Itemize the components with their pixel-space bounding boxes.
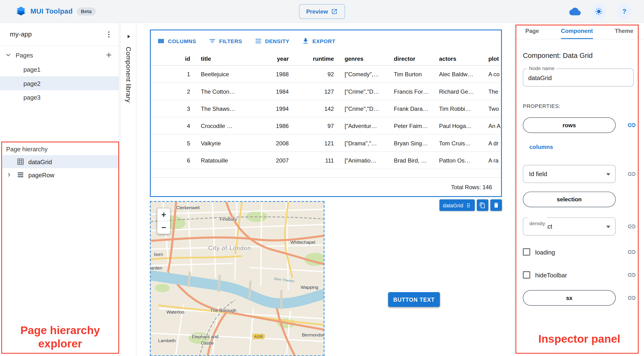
id-field-select[interactable]: Id field (523, 165, 616, 183)
column-header-director[interactable]: director (390, 55, 435, 62)
cell-id[interactable]: 5 (151, 140, 194, 146)
chevron-down-icon[interactable] (4, 51, 12, 59)
column-header-id[interactable]: id (151, 55, 194, 62)
cell-actors[interactable]: Patton Os… (435, 157, 484, 164)
column-header-year[interactable]: year (244, 55, 293, 62)
cell-actors[interactable]: Tom Cruis… (435, 140, 484, 146)
cell-genres[interactable]: ["Drama","… (338, 140, 390, 146)
loading-checkbox[interactable] (523, 248, 530, 256)
zoom-in-button[interactable]: + (158, 209, 170, 221)
hide-toolbar-checkbox[interactable] (523, 271, 530, 279)
cell-plot[interactable]: Two (484, 105, 501, 112)
cell-director[interactable]: Francis For… (390, 88, 435, 95)
delete-button[interactable] (490, 199, 502, 211)
datagrid-component[interactable]: COLUMNS FILTERS DENSITY EXPORT id title (150, 29, 502, 197)
cell-year[interactable]: 2008 (244, 140, 293, 146)
component-library-strip[interactable]: Component library (120, 23, 136, 356)
cell-actors[interactable]: Alec Baldw… (435, 71, 484, 77)
hierarchy-item-pagerow[interactable]: pageRow (2, 168, 118, 181)
cell-genres[interactable]: ["Crime","D… (338, 105, 390, 112)
rows-binding-button[interactable]: rows (523, 117, 616, 133)
cell-id[interactable]: 1 (151, 71, 194, 77)
hierarchy-item-datagrid[interactable]: dataGrid (2, 155, 118, 168)
cell-actors[interactable]: Richard Ge… (435, 88, 484, 95)
filters-button[interactable]: FILTERS (208, 37, 242, 45)
cell-id[interactable]: 4 (151, 122, 194, 129)
cell-runtime[interactable]: 97 (293, 122, 338, 129)
duplicate-button[interactable] (477, 199, 488, 211)
cell-year[interactable]: 1994 (244, 105, 293, 112)
more-vert-icon[interactable] (105, 30, 113, 38)
bind-link-icon[interactable] (627, 169, 636, 178)
deploy-cloud-icon[interactable] (569, 6, 581, 17)
table-row[interactable]: 1 Beetlejuice 1988 92 ["Comedy",… Tim Bu… (151, 66, 501, 83)
cell-runtime[interactable]: 121 (293, 140, 338, 146)
table-row[interactable]: 5 Valkyrie 2008 121 ["Drama","… Bryan Si… (151, 135, 501, 152)
cell-genres[interactable]: ["Animatio… (338, 157, 390, 164)
cell-title[interactable]: The Shaws… (194, 105, 244, 112)
cell-plot[interactable]: An A (484, 122, 501, 129)
bind-link-icon[interactable] (627, 247, 636, 256)
expand-library-icon[interactable] (126, 33, 132, 39)
column-header-title[interactable]: title (194, 55, 244, 62)
columns-button[interactable]: COLUMNS (158, 37, 196, 45)
bind-link-icon[interactable] (627, 121, 636, 130)
density-button[interactable]: DENSITY (254, 37, 290, 45)
sx-binding-button[interactable]: sx (523, 290, 616, 306)
table-row[interactable]: 3 The Shaws… 1994 142 ["Crime","D… Frank… (151, 100, 501, 117)
theme-toggle-button[interactable] (592, 4, 606, 19)
cell-id[interactable]: 2 (151, 88, 194, 95)
cell-runtime[interactable]: 111 (293, 157, 338, 164)
sidebar-item-page1[interactable]: page1 (0, 62, 119, 76)
density-select[interactable]: density compact (523, 218, 616, 236)
cell-plot[interactable]: The (484, 88, 501, 95)
button-component[interactable]: BUTTON TEXT (388, 292, 440, 307)
columns-link[interactable]: columns (530, 144, 553, 150)
cell-title[interactable]: Crocodile … (194, 122, 244, 129)
cell-year[interactable]: 1988 (244, 71, 293, 77)
cell-runtime[interactable]: 92 (293, 71, 338, 77)
cell-runtime[interactable]: 142 (293, 105, 338, 112)
cell-runtime[interactable]: 127 (293, 88, 338, 95)
cell-id[interactable]: 3 (151, 105, 194, 112)
table-row[interactable]: 6 Ratatouille 2007 111 ["Animatio… Brad … (151, 152, 501, 169)
cell-plot[interactable]: A co (484, 71, 501, 77)
drag-indicator-icon[interactable] (465, 202, 472, 208)
cell-director[interactable]: Tim Burton (390, 71, 435, 77)
export-button[interactable]: EXPORT (302, 37, 335, 45)
column-header-plot[interactable]: plot (484, 55, 501, 62)
column-header-genres[interactable]: genres (338, 55, 390, 62)
column-header-actors[interactable]: actors (435, 55, 484, 62)
pages-section-header[interactable]: Pages (0, 48, 119, 62)
tab-theme[interactable]: Theme (615, 23, 634, 39)
cell-year[interactable]: 1984 (244, 88, 293, 95)
cell-actors[interactable]: Tim Robbi… (435, 105, 484, 112)
cell-director[interactable]: Peter Faim… (390, 122, 435, 129)
cell-genres[interactable]: ["Crime","D… (338, 88, 390, 95)
chevron-right-icon[interactable] (5, 171, 13, 178)
preview-button[interactable]: Preview (299, 4, 345, 19)
help-button[interactable]: ? (617, 4, 632, 19)
bind-link-icon[interactable] (627, 222, 636, 231)
tab-page[interactable]: Page (525, 23, 539, 39)
selection-binding-button[interactable]: selection (523, 192, 616, 207)
cell-year[interactable]: 1986 (244, 122, 293, 129)
cell-id[interactable]: 6 (151, 157, 194, 164)
cell-title[interactable]: Valkyrie (194, 140, 244, 146)
cell-plot[interactable]: A dr (484, 140, 501, 146)
table-row[interactable]: 2 The Cotton… 1984 127 ["Crime","D… Fran… (151, 83, 501, 100)
cell-director[interactable]: Frank Dara… (390, 105, 435, 112)
sidebar-item-page3[interactable]: page3 (0, 90, 119, 104)
bind-link-icon[interactable] (627, 293, 636, 302)
column-header-runtime[interactable]: runtime (293, 55, 338, 62)
tab-component[interactable]: Component (561, 23, 593, 39)
zoom-out-button[interactable]: − (158, 221, 170, 234)
cell-genres[interactable]: ["Comedy",… (338, 71, 390, 77)
cell-director[interactable]: Brad Bird, … (390, 157, 435, 164)
sidebar-item-page2[interactable]: page2 (0, 76, 119, 90)
cell-title[interactable]: Ratatouille (194, 157, 244, 164)
map-component[interactable]: + − Clerkenwell Finsbury Whitechapel Cit… (150, 201, 324, 356)
cell-director[interactable]: Bryan Sing… (390, 140, 435, 146)
cell-actors[interactable]: Paul Hoga… (435, 122, 484, 129)
bind-link-icon[interactable] (627, 271, 636, 280)
